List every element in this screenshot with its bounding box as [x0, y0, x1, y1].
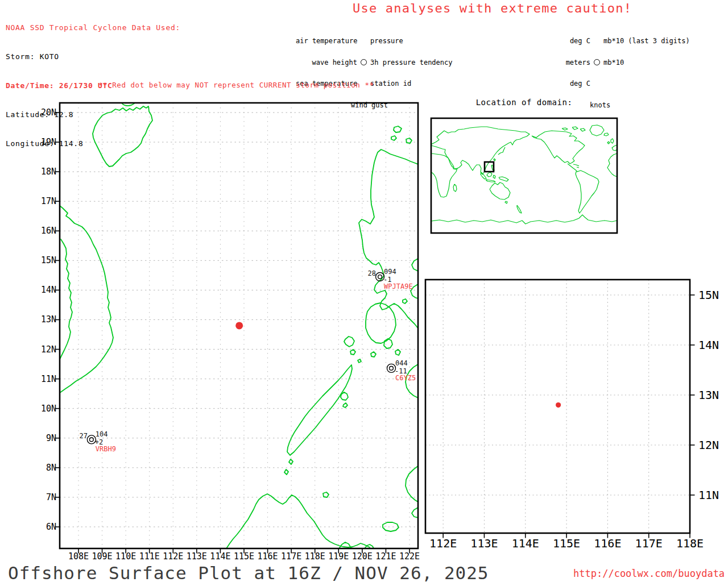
legend-pressure: pressure	[370, 38, 403, 45]
main-x-tick-label: 120E	[352, 551, 373, 562]
station-circle-icon	[594, 59, 600, 65]
inset-x-tick-label: 112E	[429, 537, 457, 550]
main-y-tick-label: 8N	[46, 463, 56, 473]
station-id: C6YZ5	[395, 374, 416, 382]
main-y-tick-label: 13N	[41, 314, 56, 325]
main-x-tick-label: 111E	[139, 551, 160, 562]
red-dot-warning: ** Red dot below may NOT represent CURRE…	[98, 81, 374, 89]
buoydata-link[interactable]: http://coolwx.com/buoydata	[573, 568, 725, 579]
coastline-vietnam	[60, 206, 113, 393]
noaa-source-line: NOAA SSD Tropical Cyclone Data Used:	[6, 23, 180, 32]
inset-x-tick-label: 116E	[594, 537, 621, 550]
domain-world-map	[431, 125, 617, 224]
units-sea-temperature: deg C	[560, 80, 590, 88]
units-wave-height: meters	[560, 59, 590, 66]
page: 28094-1WPJTA9E044-11C6YZ527104+2VRBH9 10…	[0, 0, 728, 582]
main-y-tick-label: 10N	[41, 404, 56, 414]
main-x-tick-label: 109E	[92, 551, 113, 562]
main-x-tick-label: 110E	[115, 551, 136, 562]
main-y-tick-label: 14N	[41, 285, 56, 295]
station-circle-icon	[89, 438, 93, 442]
main-map-stations: 28094-1WPJTA9E044-11C6YZ527104+2VRBH9	[79, 268, 416, 453]
inset-x-tick-label: 113E	[470, 537, 498, 550]
station-circle-icon	[390, 366, 394, 370]
inset-x-tick-label: 115E	[553, 537, 580, 550]
station-pressure: 104	[96, 430, 108, 438]
storm-position-dot	[235, 322, 243, 329]
main-x-tick-label: 114E	[210, 551, 230, 562]
domain-map-border	[431, 118, 617, 233]
islets-cuyo	[341, 392, 348, 408]
main-x-tick-label: 116E	[258, 551, 278, 562]
world-coastlines	[431, 125, 617, 224]
station-plot: 044-11C6YZ5	[387, 359, 416, 382]
inset-map-axes: 112E113E114E115E116E117E118E15N14N13N12N…	[429, 288, 719, 550]
main-x-tick-label: 112E	[163, 551, 183, 562]
inset-x-tick-label: 117E	[635, 537, 663, 550]
station-air-temp: 27	[79, 432, 87, 440]
station-id: VRBH9	[96, 445, 116, 453]
main-x-tick-label: 118E	[305, 551, 325, 562]
island-palawan	[287, 365, 352, 455]
main-y-tick-label: 6N	[46, 522, 56, 532]
units-pressure-tendency: mb*10	[603, 59, 624, 66]
units-pressure: mb*10 (last 3 digits)	[603, 38, 690, 45]
inset-y-tick-label: 14N	[698, 338, 719, 352]
main-x-tick-label: 115E	[234, 551, 254, 562]
inset-x-tick-label: 114E	[512, 537, 539, 550]
inset-map-storm	[556, 402, 561, 408]
main-x-tick-label: 108E	[68, 551, 89, 562]
islands-zamboanga-edge	[406, 466, 418, 518]
storm-longitude-line: Longitude: 114.8	[6, 139, 180, 148]
station-pressure: 044	[395, 359, 408, 367]
main-x-tick-label: 121E	[375, 551, 396, 562]
station-id: WPJTA9E	[384, 282, 413, 290]
legend-pressure-tendency: 3h pressure tendency	[370, 59, 453, 66]
storm-latitude-line: Latitude: 12.8	[6, 110, 180, 119]
main-y-tick-label: 16N	[41, 226, 56, 236]
main-y-tick-label: 12N	[41, 344, 56, 355]
coastline-left-inner	[60, 239, 72, 359]
storm-position-dot	[556, 402, 561, 408]
inset-y-tick-label: 11N	[698, 488, 719, 502]
station-air-temp: 28	[368, 269, 376, 277]
station-plot-units: deg C mb*10 (last 3 digits) meters mb*10…	[560, 23, 690, 123]
islands-bicol-edge	[403, 259, 418, 304]
main-y-tick-label: 9N	[46, 433, 56, 443]
main-x-tick-label: 119E	[328, 551, 349, 562]
main-y-tick-label: 15N	[41, 255, 56, 265]
main-y-tick-label: 17N	[41, 196, 56, 206]
domain-map-title: Location of domain:	[431, 98, 617, 107]
legend-air-temperature: air temperature	[296, 38, 357, 45]
main-y-tick-label: 18N	[41, 167, 56, 177]
station-plot: 27104+2VRBH9	[79, 430, 116, 453]
coastline-borneo	[226, 494, 370, 548]
station-pressure: 094	[384, 268, 396, 276]
islands-babuyan	[391, 126, 412, 143]
main-map-axes: 108E109E110E111E112E113E114E115E116E117E…	[41, 107, 420, 562]
main-x-tick-label: 113E	[187, 551, 207, 562]
inset-y-tick-label: 15N	[698, 288, 719, 302]
units-air-temperature: deg C	[560, 38, 590, 45]
island-luzon	[359, 149, 418, 328]
inset-x-tick-label: 118E	[676, 537, 704, 550]
inset-y-tick-label: 13N	[698, 388, 719, 402]
storm-name-line: Storm: KOTO	[6, 52, 180, 61]
main-x-tick-label: 122E	[399, 551, 420, 562]
plot-title: Offshore Surface Plot at 16Z / NOV 26, 2…	[8, 563, 489, 582]
station-plot-legend: air temperature pressure wave height 3h …	[296, 23, 453, 123]
station-circle-icon	[361, 59, 367, 65]
caution-heading: Use analyses with extreme caution!	[353, 1, 632, 15]
station-circle-icon	[378, 275, 382, 279]
legend-wave-height: wave height	[296, 59, 357, 66]
islets-palawan-sw	[284, 459, 329, 497]
legend-station-id: station id	[370, 80, 411, 88]
island-mindoro	[366, 303, 396, 343]
main-x-tick-label: 117E	[281, 551, 301, 562]
main-y-tick-label: 7N	[46, 492, 56, 502]
inset-y-tick-label: 12N	[698, 438, 719, 452]
main-y-tick-label: 11N	[41, 374, 56, 384]
